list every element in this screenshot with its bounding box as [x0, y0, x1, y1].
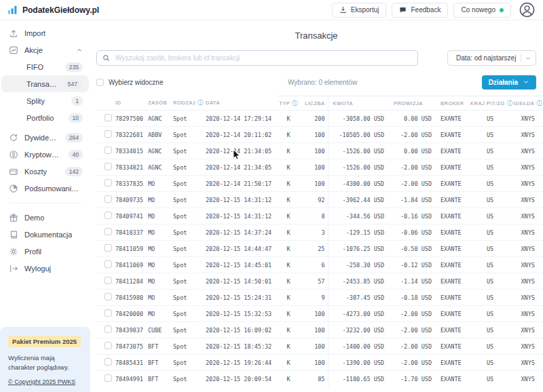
sidebar-item-dokumentacja[interactable]: Dokumentacja [0, 226, 90, 243]
cell-kraj: US [469, 338, 511, 355]
sidebar-item-transakcje[interactable]: Transakcje 547 [1, 75, 89, 92]
row-checkbox[interactable] [105, 342, 112, 349]
cell-zasob: AGNC [147, 111, 172, 127]
info-icon[interactable]: ⓘ [292, 100, 298, 106]
cell-liczba: 25 [299, 241, 328, 257]
cell-kwota: -3058.00 USD [328, 111, 388, 127]
row-checkbox[interactable] [105, 374, 112, 382]
sidebar-item-koszty[interactable]: Koszty 142 [0, 163, 90, 180]
top-bar: PodatekGiełdowy.pl Eksportuj Feedback Co… [0, 0, 543, 20]
table-row: 78485431BFTSpot2020-12-15 19:26:44K100-1… [96, 355, 543, 371]
row-checkbox[interactable] [105, 244, 112, 252]
search-input[interactable] [114, 54, 412, 62]
row-checkbox[interactable] [105, 309, 112, 317]
row-checkbox[interactable] [105, 277, 112, 284]
cell-rodzaj: Spot [172, 208, 204, 224]
cell-zasob: MO [147, 273, 172, 290]
info-icon[interactable]: ⓘ [536, 100, 542, 106]
crypto-coin-icon [9, 150, 18, 159]
cell-liczba: 100 [299, 306, 328, 322]
row-checkbox[interactable] [105, 179, 112, 187]
row-checkbox[interactable] [105, 228, 112, 235]
cell-prowizja: -0.16 USD [388, 208, 435, 224]
copyright-link[interactable]: © Copyright 2025 PWKS [8, 378, 75, 385]
info-icon[interactable]: ⓘ [198, 100, 204, 106]
cell-prowizja: -2.00 USD [388, 127, 435, 143]
sidebar-item-portfolio[interactable]: Portfolio 10 [0, 109, 90, 126]
cell-id: 78334815 [114, 143, 147, 159]
cell-rodzaj: Spot [172, 322, 204, 338]
sidebar-item-podsumowanie-pit38[interactable]: Podsumowanie PIT-38 [0, 180, 90, 197]
feedback-button[interactable]: Feedback [392, 3, 448, 18]
cell-broker: EXANTE [435, 322, 469, 338]
sidebar-item-wyloguj[interactable]: Wyloguj [0, 260, 90, 277]
row-checkbox[interactable] [105, 114, 112, 121]
row-checkbox[interactable] [105, 293, 112, 300]
row-checkbox[interactable] [105, 195, 112, 203]
row-checkbox[interactable] [105, 326, 112, 333]
cell-id: 78297500 [114, 111, 147, 127]
cell-kwota: -2453.85 USD [328, 273, 388, 290]
row-checkbox[interactable] [105, 260, 112, 268]
cell-id: 78415980 [114, 290, 147, 306]
user-avatar-icon[interactable] [519, 2, 535, 18]
sidebar-divider [9, 203, 81, 203]
cell-kwota: -1526.00 USD [328, 143, 388, 159]
info-icon[interactable]: ⓘ [507, 100, 513, 106]
cell-prowizja: -2.00 USD [388, 355, 435, 371]
sidebar-item-dywidendy[interactable]: Dywidendy 264 [0, 129, 90, 146]
dropdown-separator [521, 54, 521, 62]
cell-kwota: -1400.00 USD [328, 338, 388, 355]
count-badge: 10 [69, 113, 83, 123]
table-row: 78409741MOSpot2020-12-15 14:31:12K8-344.… [96, 208, 543, 224]
cell-typ: K [278, 127, 299, 143]
cell-liczba: 85 [299, 371, 328, 387]
cell-typ: K [278, 208, 299, 224]
cell-typ: K [278, 192, 299, 208]
row-checkbox-cell [96, 241, 114, 257]
cell-broker: EXANTE [435, 159, 469, 176]
sidebar-item-demo[interactable]: Demo [0, 209, 90, 226]
count-badge: 264 [65, 133, 83, 142]
select-visible-checkbox[interactable] [96, 79, 104, 86]
brand-logo[interactable]: PodatekGiełdowy.pl [7, 4, 99, 16]
column-header-gielda: GIEŁDAⓘ [511, 96, 543, 111]
select-visible-control[interactable]: Wybierz widoczne [96, 79, 164, 86]
row-checkbox[interactable] [105, 212, 112, 219]
export-button[interactable]: Eksportuj [332, 3, 387, 18]
cell-kwota: -10505.00 USD [328, 127, 388, 143]
sidebar-item-akcje[interactable]: Akcje [0, 41, 90, 58]
cell-kraj: US [469, 127, 511, 143]
sidebar-item-profil[interactable]: Profil [0, 243, 90, 260]
cell-rodzaj: Spot [172, 371, 204, 387]
column-header-kraj: KRAJ PIT/ZGⓘ [469, 96, 511, 111]
row-checkbox[interactable] [105, 146, 112, 154]
cell-id: 78409741 [114, 208, 147, 224]
cell-id: 78409735 [114, 192, 147, 208]
sidebar-item-import[interactable]: Import [0, 24, 90, 41]
count-badge: 235 [65, 62, 83, 72]
row-checkbox-cell [96, 159, 114, 176]
sort-dropdown[interactable]: Data: od najstarszej [447, 50, 536, 66]
sidebar-item-splity[interactable]: Splity 1 [0, 92, 90, 109]
count-badge: 1 [71, 96, 83, 106]
cell-prowizja: 0.00 USD [388, 111, 435, 127]
actions-button[interactable]: Działania [482, 75, 536, 90]
whats-new-button[interactable]: Co nowego [453, 3, 511, 18]
sidebar-item-kryptowaluty[interactable]: Kryptowaluty 40 [0, 146, 90, 163]
cell-kraj: US [469, 355, 511, 371]
cell-id: 78494991 [114, 371, 147, 387]
cell-liczba: 100 [299, 322, 328, 338]
row-checkbox[interactable] [105, 130, 112, 138]
sidebar-item-fifo[interactable]: FIFO 235 [0, 58, 90, 75]
cell-id: 78439837 [114, 322, 147, 338]
export-label: Eksportuj [351, 6, 379, 14]
cell-data: 2020-12-15 19:26:44 [204, 355, 278, 371]
cell-broker: EXANTE [435, 290, 469, 306]
row-checkbox[interactable] [105, 163, 112, 170]
cell-id: 78411069 [114, 257, 147, 273]
cell-kraj: US [469, 159, 511, 176]
table-row: 78411284MOSpot2020-12-15 14:50:01K57-245… [96, 273, 543, 290]
search-box[interactable] [96, 50, 418, 66]
row-checkbox[interactable] [105, 358, 112, 366]
